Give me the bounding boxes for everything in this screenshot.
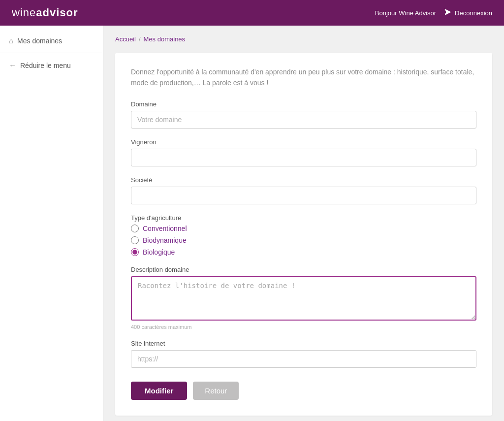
site-input[interactable] bbox=[131, 350, 476, 368]
logo-advisor: advisor bbox=[36, 6, 78, 19]
button-row: Modifier Retour bbox=[131, 382, 476, 400]
form-group-site: Site internet bbox=[131, 340, 476, 368]
radio-option-biologique[interactable]: Biologique bbox=[131, 248, 476, 256]
form-group-societe: Société bbox=[131, 176, 476, 204]
logout-button[interactable]: ⮞ Deconnexion bbox=[444, 8, 492, 17]
breadcrumb-separator: / bbox=[139, 35, 141, 43]
form-group-vigneron: Vigneron bbox=[131, 138, 476, 166]
vigneron-label: Vigneron bbox=[131, 138, 476, 146]
societe-input[interactable] bbox=[131, 187, 476, 204]
description-textarea[interactable] bbox=[131, 276, 476, 321]
modifier-button[interactable]: Modifier bbox=[131, 382, 187, 400]
main-layout: ⌂ Mes domaines ← Réduire le menu Accueil… bbox=[0, 26, 504, 421]
vigneron-input[interactable] bbox=[131, 149, 476, 166]
radio-biodynamique[interactable] bbox=[131, 236, 139, 244]
sidebar-item-reduire-menu[interactable]: ← Réduire le menu bbox=[0, 56, 103, 74]
sidebar-reduire-label: Réduire le menu bbox=[20, 62, 71, 69]
collapse-icon: ← bbox=[9, 61, 16, 69]
main-content: Accueil / Mes domaines Donnez l'opportun… bbox=[103, 26, 504, 421]
form-group-domaine: Domaine bbox=[131, 100, 476, 129]
radio-biologique-label: Biologique bbox=[143, 248, 175, 256]
site-label: Site internet bbox=[131, 340, 476, 347]
radio-biodynamique-label: Biodynamique bbox=[143, 236, 187, 244]
logo-wine: wine bbox=[12, 6, 36, 19]
sidebar-divider bbox=[0, 53, 103, 53]
breadcrumb: Accueil / Mes domaines bbox=[115, 35, 492, 43]
form-group-agriculture: Type d'agriculture Conventionnel Biodyna… bbox=[131, 214, 476, 256]
radio-option-biodynamique[interactable]: Biodynamique bbox=[131, 236, 476, 244]
greeting-text: Bonjour Wine Advisor bbox=[375, 9, 436, 17]
app-header: wineadvisor Bonjour Wine Advisor ⮞ Decon… bbox=[0, 0, 504, 26]
app-logo: wineadvisor bbox=[12, 6, 78, 19]
retour-button[interactable]: Retour bbox=[193, 382, 239, 400]
home-icon: ⌂ bbox=[9, 36, 13, 45]
sidebar-item-label: Mes domaines bbox=[17, 37, 62, 45]
radio-biologique[interactable] bbox=[131, 248, 139, 256]
breadcrumb-current: Mes domaines bbox=[144, 35, 186, 43]
logout-icon: ⮞ bbox=[444, 8, 452, 17]
description-label: Description domaine bbox=[131, 266, 476, 273]
agriculture-radio-group: Conventionnel Biodynamique Biologique bbox=[131, 225, 476, 256]
radio-conventionnel[interactable] bbox=[131, 225, 139, 232]
form-card: Donnez l'opportunité à la communauté d'e… bbox=[115, 53, 492, 416]
char-hint: 400 caractères maximum bbox=[131, 324, 476, 330]
sidebar-item-mes-domaines[interactable]: ⌂ Mes domaines bbox=[0, 32, 103, 50]
radio-conventionnel-label: Conventionnel bbox=[143, 225, 187, 232]
form-description: Donnez l'opportunité à la communauté d'e… bbox=[131, 66, 476, 89]
domaine-input[interactable] bbox=[131, 111, 476, 129]
logout-label: Deconnexion bbox=[455, 9, 492, 17]
radio-option-conventionnel[interactable]: Conventionnel bbox=[131, 225, 476, 232]
domaine-label: Domaine bbox=[131, 100, 476, 108]
societe-label: Société bbox=[131, 176, 476, 184]
form-group-description: Description domaine 400 caractères maxim… bbox=[131, 266, 476, 330]
header-right: Bonjour Wine Advisor ⮞ Deconnexion bbox=[375, 8, 492, 17]
sidebar: ⌂ Mes domaines ← Réduire le menu bbox=[0, 26, 103, 421]
agriculture-label: Type d'agriculture bbox=[131, 214, 476, 222]
breadcrumb-home-link[interactable]: Accueil bbox=[115, 35, 136, 43]
